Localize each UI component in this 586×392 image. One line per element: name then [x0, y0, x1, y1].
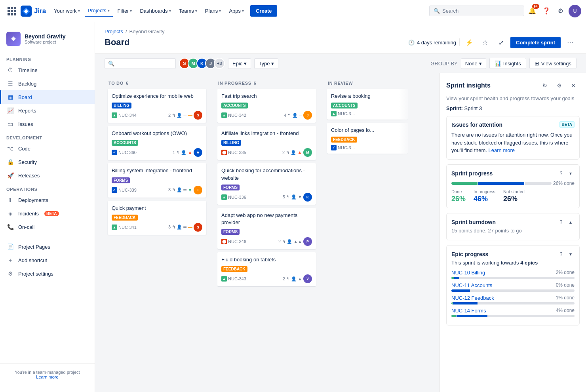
card-inreview-1[interactable]: Revise a booking ACCOUNTS ▲ NUC-3…: [327, 89, 408, 120]
board-search-input[interactable]: [117, 61, 172, 67]
card-tag-forms: FORMS: [221, 229, 240, 235]
sidebar-item-label-deployments: Deployments: [18, 197, 48, 203]
view-settings-button[interactable]: ⊞ View settings: [529, 58, 576, 69]
priority-icon: ▼: [188, 187, 192, 193]
issues-attention-title: Issues for attention: [451, 122, 502, 128]
progress-stats: Done 26% In progress 46% Not started 26%: [451, 189, 575, 203]
type-filter-btn[interactable]: Type ▾: [254, 58, 278, 69]
card-nuc-360[interactable]: Onboard workout options (OWO) ACCOUNTS ✓…: [108, 126, 206, 160]
card-inreview-2[interactable]: Color of pages lo... FEEDBACK ✓ NUC-3…: [327, 123, 408, 154]
sidebar-item-incidents[interactable]: ◈ Incidents BETA: [0, 207, 95, 220]
burndown-text: 15 points done, 27 points to go: [451, 228, 575, 234]
type-filter-label: Type: [259, 61, 270, 67]
complete-sprint-button[interactable]: Complete sprint: [510, 37, 561, 48]
projects-chevron: ▾: [108, 8, 110, 13]
add-shortcut-icon: +: [6, 256, 14, 264]
your-work-nav[interactable]: Your work ▾: [51, 6, 83, 16]
plans-nav[interactable]: Plans ▾: [202, 6, 225, 16]
epic-item-accounts: NUC-11 Accounts 0% done: [451, 282, 575, 292]
card-tag-forms: FORMS: [112, 177, 130, 183]
progress-collapse-btn[interactable]: ▾: [567, 169, 575, 177]
star-btn[interactable]: ☆: [479, 36, 491, 49]
project-name: Beyond Gravity: [25, 33, 88, 40]
search-input[interactable]: [442, 8, 520, 14]
progress-help-btn[interactable]: ?: [557, 169, 565, 177]
card-footer: ⬤ NUC-335 2 ↰ 👤 ▲ M: [221, 148, 312, 157]
card-meta: 2 ↰ 👤 ▲▲ P: [278, 237, 312, 246]
user-avatar[interactable]: U: [569, 5, 581, 17]
card-icons: 1 ↰ 👤: [173, 150, 186, 155]
card-nuc-343[interactable]: Fluid booking on tablets FEEDBACK ▲ NUC-…: [217, 252, 316, 286]
card-nuc-339[interactable]: Billing system integration - frontend FO…: [108, 163, 206, 197]
epic-item-feedback: NUC-12 Feedback 1% done: [451, 295, 575, 304]
card-nuc-342[interactable]: Fast trip search ACCOUNTS ▲ NUC-342 4 ↰ …: [217, 89, 316, 123]
sidebar-item-add-shortcut[interactable]: + Add shortcut: [0, 253, 95, 267]
sidebar-item-timeline[interactable]: ⏱ Timeline: [0, 63, 95, 77]
expand-btn[interactable]: ⤢: [495, 36, 507, 49]
deployments-icon: ⬆: [6, 196, 14, 204]
epic-accounts-link[interactable]: NUC-11 Accounts: [451, 282, 492, 288]
settings-button[interactable]: ⚙: [554, 5, 567, 17]
breadcrumb-projects-link[interactable]: Projects: [105, 29, 123, 34]
story-icon: ▲: [221, 112, 227, 118]
projects-nav[interactable]: Projects ▾: [85, 5, 113, 17]
card-nuc-341[interactable]: Quick payment FEEDBACK ▲ NUC-341 3 ↰ 👤 ═…: [108, 201, 206, 235]
sidebar-item-releases[interactable]: 🚀 Releases: [0, 169, 95, 182]
sidebar-item-project-pages[interactable]: 📄 Project Pages: [0, 240, 95, 253]
insights-panel: Sprint insights ↻ ⚙ ✕ View your sprint h…: [440, 73, 586, 392]
sidebar-item-board[interactable]: ▦ Board: [0, 90, 95, 104]
notifications-button[interactable]: 🔔 9+: [526, 5, 538, 17]
svg-point-1: [12, 38, 15, 40]
learn-more-link[interactable]: Learn more: [489, 147, 515, 153]
insights-button[interactable]: 📊 Insights: [489, 58, 526, 69]
card-title: Fast trip search: [221, 93, 312, 100]
sidebar-item-oncall[interactable]: 📞 On-call: [0, 220, 95, 234]
sidebar-item-backlog[interactable]: ☰ Backlog: [0, 77, 95, 90]
sidebar-item-issues[interactable]: 🗃 Issues: [0, 117, 95, 131]
sidebar-item-reports[interactable]: 📈 Reports: [0, 104, 95, 117]
epic-accounts-pct: 0% done: [556, 282, 575, 288]
epic-filter-btn[interactable]: Epic ▾: [228, 58, 251, 69]
teams-nav[interactable]: Teams ▾: [176, 6, 200, 16]
sidebar-item-code[interactable]: ⌥ Code: [0, 142, 95, 155]
stat-notstarted-value: 26%: [503, 195, 525, 203]
sidebar-item-security[interactable]: 🔒 Security: [0, 155, 95, 169]
avatar-count[interactable]: +3: [214, 58, 225, 69]
apps-grid-button[interactable]: [5, 4, 19, 18]
create-button[interactable]: Create: [250, 5, 277, 17]
burndown-expand-btn[interactable]: ▴: [567, 218, 575, 226]
epic-help-btn[interactable]: ?: [557, 250, 565, 258]
help-button[interactable]: ❓: [540, 5, 553, 17]
lightning-btn[interactable]: ⚡: [463, 36, 476, 49]
card-icons: 5 ↰ 👤 ▼: [283, 194, 302, 200]
insights-close-btn[interactable]: ✕: [567, 79, 580, 92]
jira-logo[interactable]: Jira: [21, 6, 46, 17]
card-num: NUC-346: [228, 239, 246, 244]
epic-collapse-btn[interactable]: ▾: [567, 250, 575, 258]
insights-settings-btn[interactable]: ⚙: [553, 79, 565, 92]
more-actions-btn[interactable]: ⋯: [564, 36, 576, 49]
card-nuc-335[interactable]: Affiliate links integration - frontend B…: [217, 126, 316, 160]
burndown-help-btn[interactable]: ?: [557, 218, 565, 226]
search-box[interactable]: 🔍: [429, 6, 524, 16]
sidebar-footer-link[interactable]: Learn more: [36, 375, 58, 379]
card-nuc-344[interactable]: Optimize experience for mobile web BILLI…: [108, 89, 206, 123]
card-avatar: M: [303, 148, 312, 157]
epic-feedback-link[interactable]: NUC-12 Feedback: [451, 295, 494, 301]
dashboards-nav[interactable]: Dashboards ▾: [137, 6, 174, 16]
card-nuc-346[interactable]: Adapt web app no new payments provider F…: [217, 208, 316, 249]
breadcrumb: Projects / Beyond Gravity: [105, 29, 576, 34]
card-icons: 2 ↰ 👤 ▲▲: [278, 239, 302, 244]
board-search[interactable]: 🔍: [105, 58, 176, 69]
sidebar-item-project-settings[interactable]: ⚙ Project settings: [0, 267, 95, 280]
insights-refresh-btn[interactable]: ↻: [538, 79, 551, 92]
card-issue: ▲ NUC-343: [221, 276, 246, 282]
epic-billing-link[interactable]: NUC-10 Billing: [451, 270, 485, 276]
card-nuc-336[interactable]: Quick booking for accommodations - websi…: [217, 163, 316, 204]
apps-nav[interactable]: Apps ▾: [226, 6, 247, 16]
epic-forms-done: [451, 315, 456, 317]
sidebar-item-deployments[interactable]: ⬆ Deployments: [0, 193, 95, 207]
group-by-select[interactable]: None ▾: [461, 58, 486, 69]
filter-nav[interactable]: Filter ▾: [114, 6, 135, 16]
epic-forms-link[interactable]: NUC-14 Forms: [451, 308, 486, 314]
